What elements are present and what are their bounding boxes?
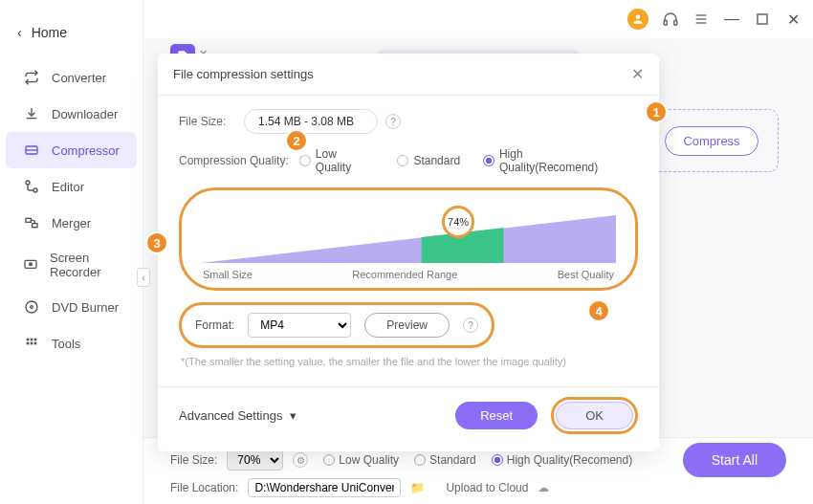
- svg-rect-22: [34, 342, 37, 345]
- slider-label-left: Small Size: [203, 269, 253, 280]
- svg-point-15: [26, 301, 37, 313]
- svg-point-16: [31, 306, 33, 309]
- cloud-icon[interactable]: ☁: [538, 481, 549, 494]
- svg-rect-6: [758, 14, 767, 24]
- sidebar-collapse[interactable]: ‹: [137, 268, 150, 287]
- quality-note: *(The smaller the setting value, the sma…: [181, 356, 636, 367]
- callout-4: 4: [587, 299, 610, 322]
- back-icon: ‹: [17, 25, 22, 40]
- ok-button[interactable]: OK: [556, 402, 633, 429]
- filesize-range[interactable]: 1.54 MB - 3.08 MB: [244, 109, 378, 134]
- slider-value-bubble: 74%: [442, 206, 474, 238]
- compress-button[interactable]: Compress: [665, 126, 758, 156]
- advanced-settings-toggle[interactable]: Advanced Settings ▾: [179, 408, 297, 423]
- sidebar-item-screenrecorder[interactable]: Screen Recorder: [6, 241, 137, 289]
- sidebar-item-converter[interactable]: Converter: [6, 59, 137, 96]
- merger-icon: [23, 214, 40, 231]
- svg-rect-21: [31, 342, 33, 345]
- bottom-filesize-label: File Size:: [170, 453, 217, 467]
- bottom-filesize-select[interactable]: 70%: [227, 449, 283, 471]
- sidebar-item-tools[interactable]: Tools: [6, 325, 137, 362]
- download-icon: [23, 105, 40, 122]
- bottom-radio-high[interactable]: High Quality(Recomend): [492, 453, 632, 467]
- preview-button[interactable]: Preview: [364, 313, 450, 338]
- slider-label-right: Best Quality: [558, 269, 614, 280]
- avatar[interactable]: [627, 9, 648, 30]
- home-label: Home: [32, 25, 67, 40]
- svg-point-9: [26, 181, 30, 185]
- compressor-icon: [23, 142, 40, 159]
- svg-marker-24: [201, 215, 616, 263]
- svg-point-10: [33, 188, 37, 192]
- nav-home[interactable]: ‹ Home: [0, 17, 143, 59]
- svg-rect-20: [27, 342, 30, 345]
- recorder-icon: [23, 256, 38, 274]
- bottom-location-input[interactable]: [248, 478, 401, 497]
- format-label: Format:: [195, 318, 234, 332]
- headset-icon[interactable]: [662, 11, 679, 28]
- svg-rect-19: [34, 339, 37, 341]
- quality-slider[interactable]: 74% Small Size Recommended Range Best Qu…: [179, 187, 638, 291]
- format-row: Format: MP4 Preview ?: [179, 302, 494, 348]
- bottom-radio-standard[interactable]: Standard: [414, 453, 476, 467]
- svg-rect-12: [33, 224, 37, 228]
- sidebar-item-compressor[interactable]: Compressor: [6, 132, 137, 168]
- svg-rect-2: [674, 21, 677, 26]
- bottom-location-label: File Location:: [170, 481, 238, 494]
- sidebar: ‹ Home Converter Downloader Compressor E…: [0, 0, 143, 504]
- filesize-help-icon[interactable]: ?: [385, 114, 401, 129]
- folder-icon[interactable]: 📁: [410, 481, 425, 494]
- sidebar-item-dvdburner[interactable]: DVD Burner: [6, 289, 137, 325]
- compression-settings-modal: File compression settings ✕ File Size: 1…: [158, 54, 659, 451]
- converter-icon: [23, 69, 40, 86]
- radio-high[interactable]: High Quality(Recomend): [483, 147, 623, 174]
- preview-help-icon[interactable]: ?: [463, 318, 478, 333]
- maximize-icon[interactable]: [754, 11, 771, 28]
- dvd-icon: [23, 298, 40, 316]
- slider-label-mid: Recommended Range: [352, 269, 457, 280]
- format-select[interactable]: MP4: [248, 313, 351, 338]
- sidebar-item-downloader[interactable]: Downloader: [6, 96, 137, 132]
- sidebar-item-editor[interactable]: Editor: [6, 168, 137, 205]
- callout-2: 2: [285, 129, 308, 152]
- radio-low[interactable]: Low Quality: [299, 147, 374, 174]
- callout-3: 3: [145, 231, 168, 254]
- svg-rect-11: [26, 218, 31, 222]
- quality-label: Compression Quality:: [179, 154, 292, 167]
- svg-point-0: [636, 14, 641, 19]
- editor-icon: [23, 178, 40, 195]
- sidebar-item-merger[interactable]: Merger: [6, 205, 137, 241]
- modal-title: File compression settings: [173, 67, 314, 81]
- upload-cloud-label: Upload to Cloud: [446, 481, 528, 494]
- svg-point-14: [30, 263, 33, 266]
- svg-rect-1: [664, 21, 667, 26]
- menu-icon[interactable]: [692, 11, 710, 28]
- close-icon[interactable]: ✕: [784, 11, 802, 28]
- radio-standard[interactable]: Standard: [397, 154, 460, 167]
- bottom-settings-icon[interactable]: ⚙: [293, 452, 308, 468]
- minimize-icon[interactable]: —: [723, 11, 740, 28]
- svg-rect-17: [27, 339, 30, 341]
- tools-icon: [23, 335, 40, 352]
- svg-rect-18: [31, 339, 33, 341]
- bottom-radio-low[interactable]: Low Quality: [323, 453, 399, 467]
- filesize-label: File Size:: [179, 115, 236, 128]
- modal-close-icon[interactable]: ✕: [631, 65, 644, 83]
- reset-button[interactable]: Reset: [455, 402, 538, 429]
- start-all-button[interactable]: Start All: [683, 443, 786, 477]
- callout-1: 1: [645, 100, 668, 123]
